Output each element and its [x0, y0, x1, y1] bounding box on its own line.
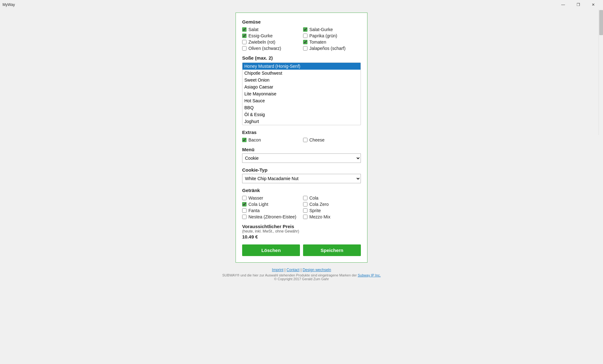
getraenk-grid: Wasser Cola Cola Light Cola Zero Fanta: [242, 195, 361, 219]
checkbox-wasser-input[interactable]: [242, 196, 247, 200]
checkbox-jalapenos-label: Jalapeños (scharf): [309, 46, 345, 51]
minimize-button[interactable]: —: [556, 0, 570, 9]
contact-link[interactable]: Contact: [286, 268, 299, 272]
menu-select[interactable]: Cookie Chips Apfel: [242, 153, 361, 163]
checkbox-essig-gurke-input[interactable]: [242, 34, 247, 38]
checkbox-sprite[interactable]: Sprite: [303, 208, 361, 213]
checkbox-wasser[interactable]: Wasser: [242, 195, 300, 201]
checkbox-salat-input[interactable]: [242, 27, 247, 32]
getraenk-title: Getränk: [242, 188, 361, 193]
extras-grid: Bacon Cheese: [242, 137, 361, 142]
checkbox-fanta[interactable]: Fanta: [242, 208, 300, 213]
sosse-option-hot-sauce[interactable]: Hot Sauce: [242, 97, 361, 104]
design-link[interactable]: Design wechseln: [302, 268, 331, 272]
checkbox-oliven[interactable]: Oliven (schwarz): [242, 46, 300, 51]
footer-copyright: © Copyright 2017 Gerald Zum Gahr: [222, 277, 381, 281]
sosse-section: Soße (max. 2) Honey Mustard (Honig-Senf)…: [242, 55, 361, 125]
app-title: MyWay: [3, 3, 15, 7]
maximize-button[interactable]: ❐: [571, 0, 585, 9]
checkbox-cola-light-input[interactable]: [242, 202, 247, 206]
checkbox-salat-gurke-label: Salat-Gurke: [309, 27, 333, 32]
checkbox-wasser-label: Wasser: [248, 195, 263, 201]
checkbox-cola-zero-label: Cola Zero: [309, 202, 329, 207]
cookie-typ-title: Cookie-Typ: [242, 167, 361, 173]
checkbox-cola-light[interactable]: Cola Light: [242, 202, 300, 207]
extras-title: Extras: [242, 130, 361, 135]
getraenk-section: Getränk Wasser Cola Cola Light Cola Zero: [242, 188, 361, 219]
page-content: Gemüse Salat Salat-Gurke Essig-Gurke Pap…: [0, 0, 603, 355]
extras-section: Extras Bacon Cheese: [242, 130, 361, 142]
sosse-option-chipotle[interactable]: Chipotle Southwest: [242, 70, 361, 77]
checkbox-mezzo-mix[interactable]: Mezzo Mix: [303, 214, 361, 219]
sosse-option-lite-mayo[interactable]: Lite Mayonnaise: [242, 90, 361, 97]
menu-title: Menü: [242, 147, 361, 152]
checkbox-oliven-input[interactable]: [242, 46, 247, 51]
checkbox-cheese[interactable]: Cheese: [303, 137, 361, 142]
button-row: Löschen Speichern: [242, 244, 361, 256]
checkbox-cola-zero[interactable]: Cola Zero: [303, 202, 361, 207]
save-button[interactable]: Speichern: [303, 244, 361, 256]
sosse-option-joghurt[interactable]: Joghurt: [242, 118, 361, 125]
checkbox-tomaten-input[interactable]: [303, 40, 307, 44]
checkbox-cola-zero-input[interactable]: [303, 202, 307, 206]
sosse-option-oel-essig[interactable]: Öl & Essig: [242, 111, 361, 118]
checkbox-bacon-label: Bacon: [248, 137, 261, 142]
price-section: Voraussichtlicher Preis (heute, inkl. Mw…: [242, 224, 361, 239]
titlebar: MyWay — ❐ ✕: [0, 0, 603, 9]
checkbox-nestea[interactable]: Nestea (Zitronen-Eistee): [242, 214, 300, 219]
checkbox-paprika[interactable]: Paprika (grün): [303, 33, 361, 38]
gemuese-grid: Salat Salat-Gurke Essig-Gurke Paprika (g…: [242, 27, 361, 51]
checkbox-sprite-input[interactable]: [303, 208, 307, 213]
sosse-option-bbq[interactable]: BBQ: [242, 104, 361, 111]
sosse-title: Soße (max. 2): [242, 55, 361, 61]
cookie-typ-section: Cookie-Typ White Chip Macadamie Nut Doub…: [242, 167, 361, 183]
checkbox-fanta-label: Fanta: [248, 208, 260, 213]
checkbox-cola-light-label: Cola Light: [248, 202, 268, 207]
checkbox-salat[interactable]: Salat: [242, 27, 300, 32]
checkbox-nestea-label: Nestea (Zitronen-Eistee): [248, 214, 296, 219]
footer-legal-text: SUBWAY® und die hier zur Auswahl stehend…: [222, 273, 357, 277]
checkbox-tomaten[interactable]: Tomaten: [303, 40, 361, 45]
checkbox-cola[interactable]: Cola: [303, 195, 361, 201]
close-button[interactable]: ✕: [586, 0, 600, 9]
checkbox-bacon[interactable]: Bacon: [242, 137, 300, 142]
checkbox-essig-gurke-label: Essig-Gurke: [248, 33, 273, 38]
price-subtitle: (heute, inkl. MwSt., ohne Gewähr): [242, 229, 361, 233]
checkbox-nestea-input[interactable]: [242, 215, 247, 219]
checkbox-cola-label: Cola: [309, 195, 318, 201]
checkbox-salat-gurke-input[interactable]: [303, 27, 307, 32]
sosse-option-asiago[interactable]: Asiago Caesar: [242, 83, 361, 90]
scrollbar[interactable]: [599, 9, 603, 135]
footer-legal: SUBWAY® und die hier zur Auswahl stehend…: [222, 273, 381, 277]
checkbox-sprite-label: Sprite: [309, 208, 321, 213]
checkbox-essig-gurke[interactable]: Essig-Gurke: [242, 33, 300, 38]
sosse-option-sweet-onion[interactable]: Sweet Onion: [242, 77, 361, 83]
checkbox-zwiebeln[interactable]: Zwiebeln (rot): [242, 40, 300, 45]
checkbox-jalapenos-input[interactable]: [303, 46, 307, 51]
price-title: Voraussichtlicher Preis: [242, 224, 361, 229]
checkbox-zwiebeln-label: Zwiebeln (rot): [248, 40, 275, 45]
checkbox-paprika-input[interactable]: [303, 34, 307, 38]
scrollbar-thumb[interactable]: [599, 10, 603, 35]
checkbox-cheese-label: Cheese: [309, 137, 324, 142]
window-controls: — ❐ ✕: [556, 0, 600, 9]
sosse-option-honey[interactable]: Honey Mustard (Honig-Senf): [242, 63, 361, 70]
sosse-list[interactable]: Honey Mustard (Honig-Senf) Chipotle Sout…: [242, 62, 361, 125]
checkbox-jalapenos[interactable]: Jalapeños (scharf): [303, 46, 361, 51]
cookie-typ-select[interactable]: White Chip Macadamie Nut Double Chocolat…: [242, 174, 361, 183]
gemuese-title: Gemüse: [242, 19, 361, 24]
checkbox-bacon-input[interactable]: [242, 138, 247, 142]
checkbox-zwiebeln-input[interactable]: [242, 40, 247, 44]
checkbox-salat-gurke[interactable]: Salat-Gurke: [303, 27, 361, 32]
price-value: 10.49 €: [242, 234, 361, 239]
subway-link[interactable]: Subway IP Inc.: [358, 273, 381, 277]
menu-section: Menü Cookie Chips Apfel: [242, 147, 361, 163]
delete-button[interactable]: Löschen: [242, 244, 300, 256]
checkbox-cheese-input[interactable]: [303, 138, 307, 142]
checkbox-cola-input[interactable]: [303, 196, 307, 200]
checkbox-oliven-label: Oliven (schwarz): [248, 46, 281, 51]
imprint-link[interactable]: Imprint: [272, 268, 284, 272]
main-card: Gemüse Salat Salat-Gurke Essig-Gurke Pap…: [236, 13, 367, 263]
checkbox-fanta-input[interactable]: [242, 208, 247, 213]
checkbox-mezzo-mix-input[interactable]: [303, 215, 307, 219]
